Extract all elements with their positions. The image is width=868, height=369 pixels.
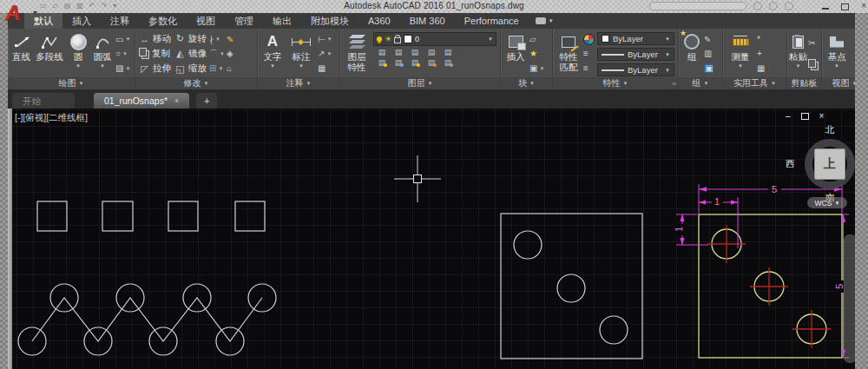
tab-parametric[interactable]: 参数化 <box>139 13 187 29</box>
text-tool-button[interactable]: A 文字 ▼ <box>260 30 286 77</box>
panel-label-modify[interactable]: 修改▼ <box>135 77 257 89</box>
layer-freeze-button[interactable]: ▤ <box>410 48 420 56</box>
edit-block-button[interactable]: ▱ <box>529 34 544 45</box>
stretch-tool-button[interactable]: ◸拉伸 <box>139 63 171 76</box>
panel-label-properties[interactable]: 特性▼ » <box>553 77 678 89</box>
viewport-controls-label[interactable]: [-][俯视][二维线框] <box>15 112 88 124</box>
tab-insert[interactable]: 插入 <box>62 13 101 29</box>
table-button[interactable]: ▦ <box>318 63 332 74</box>
drawing-minimize-button[interactable]: – <box>786 111 791 121</box>
color-wheel-icon[interactable] <box>583 34 595 45</box>
fillet-tool-button[interactable]: ⌒ ▼ <box>209 48 225 59</box>
close-button[interactable]: × <box>861 1 866 10</box>
cut-button[interactable]: ✂ <box>808 37 819 49</box>
tab-view[interactable]: 视图 <box>187 13 225 29</box>
edit-attribute-button[interactable]: ★ <box>529 48 544 59</box>
move-tool-button[interactable]: ↔移动 <box>139 32 171 45</box>
copy-clip-button[interactable] <box>808 59 819 70</box>
tab-output[interactable]: 输出 <box>263 13 301 29</box>
ribbon-display-toggle[interactable]: ▼ <box>536 13 554 29</box>
panel-expand-icon[interactable]: » <box>673 80 676 88</box>
explode-tool-button[interactable]: ◈ <box>227 48 233 59</box>
linetype-icon[interactable]: ≡ <box>583 63 595 74</box>
panel-label-draw[interactable]: 绘图▼ <box>8 77 135 89</box>
dimension-tool-button[interactable]: 标注 ▼ <box>286 30 317 77</box>
layer-off-button[interactable]: ▤ <box>377 48 387 56</box>
layer-thaw-button[interactable]: ▤ <box>426 58 437 67</box>
drawing-canvas[interactable] <box>12 109 855 369</box>
manage-attributes-button[interactable]: ▣ ▼ <box>529 63 544 74</box>
layer-make-current-button[interactable]: ▤ <box>443 48 453 56</box>
titlebar-right-tools[interactable] <box>649 2 793 10</box>
panel-label-clipboard[interactable]: 剪贴板 <box>787 77 821 89</box>
layer-properties-button[interactable]: 图层特性 <box>342 30 372 77</box>
help-icon[interactable] <box>785 2 793 10</box>
drawing-restore-button[interactable] <box>801 113 809 120</box>
viewcube-west[interactable]: 西 <box>786 158 795 170</box>
linear-dim-button[interactable]: ⊢ ▼ <box>318 34 332 45</box>
layer-lock-button[interactable]: ▤ <box>426 48 437 56</box>
layer-select-dropdown[interactable]: ☀ 0 ▼ <box>373 32 496 46</box>
signin-icon[interactable] <box>753 2 762 10</box>
rotate-tool-button[interactable]: ↻旋转 <box>174 32 207 45</box>
new-drawing-tab-button[interactable]: + <box>196 93 217 109</box>
calculator-button[interactable]: ▦ <box>757 63 765 74</box>
panel-label-utilities[interactable]: 实用工具▼ <box>723 77 786 89</box>
layer-prev-button[interactable]: ▤ <box>393 58 404 67</box>
panel-label-annotate[interactable]: 注释▼ <box>258 77 339 89</box>
start-tab[interactable]: 开始 <box>12 93 75 109</box>
panel-label-groups[interactable]: 组▼ <box>679 77 722 89</box>
viewcube-north[interactable]: 北 <box>795 124 865 136</box>
layer-match-button[interactable]: ▤ <box>377 58 387 67</box>
layer-isolate-button[interactable]: ▤ <box>393 48 404 56</box>
arc-tool-button[interactable]: 圆弧 ▼ <box>90 30 115 77</box>
a360-icon[interactable] <box>769 2 778 10</box>
array-tool-button[interactable]: ⊞ ▼ <box>209 63 225 74</box>
drawing-tab-active[interactable]: 01_runOsnaps* × <box>94 93 189 109</box>
base-view-button[interactable]: 基点 ▼ <box>824 30 850 77</box>
autocad-logo-menu[interactable]: A ▼ <box>5 0 36 28</box>
scale-tool-button[interactable]: ◱缩放 <box>174 63 207 76</box>
hatch-tool-button[interactable]: ▨ ▼ <box>115 63 130 74</box>
point-style-button[interactable]: + <box>757 48 765 59</box>
layer-unlock-button[interactable]: ▤ <box>443 58 453 67</box>
linetype-dropdown[interactable]: ByLayer ▼ <box>597 63 674 76</box>
erase-tool-button[interactable]: ✎ <box>227 34 233 45</box>
tab-manage[interactable]: 管理 <box>225 13 263 29</box>
circle-tool-button[interactable]: 圆 ▼ <box>66 30 90 77</box>
lineweight-icon[interactable]: ≡ <box>583 48 595 59</box>
layer-walk-button[interactable]: ▤ <box>410 58 420 67</box>
paste-button[interactable]: 粘贴 ▼ <box>789 30 807 77</box>
minimize-button[interactable] <box>822 8 829 10</box>
object-color-dropdown[interactable]: ByLayer ▼ <box>597 32 674 45</box>
lineweight-dropdown[interactable]: ByLayer ▼ <box>597 48 674 61</box>
tab-bim360[interactable]: BIM 360 <box>400 13 455 29</box>
line-tool-button[interactable]: 直线 <box>10 30 33 77</box>
restore-button[interactable] <box>841 3 849 10</box>
copy-tool-button[interactable]: 复制 <box>139 47 171 60</box>
group-selection-toggle[interactable]: ▣ <box>704 63 713 74</box>
group-button[interactable]: 组 <box>681 30 703 77</box>
mirror-tool-button[interactable]: ◭镜像 <box>174 47 207 60</box>
insert-block-button[interactable]: 插入 <box>503 30 529 77</box>
polyline-tool-button[interactable]: 多段线 <box>33 30 66 77</box>
panel-label-layers[interactable]: 图层▼ <box>340 77 500 89</box>
trim-tool-button[interactable]: ∤ ▼ <box>209 34 225 45</box>
tab-annotate[interactable]: 注释 <box>101 13 139 29</box>
panel-label-block[interactable]: 块▼ <box>501 77 552 89</box>
ungroup-button[interactable]: ✎ <box>704 34 713 45</box>
tab-a360[interactable]: A360 <box>358 13 400 29</box>
ellipse-tool-button[interactable]: ○ ▼ <box>115 48 130 59</box>
viewcube[interactable]: 上 北 南 西 东 <box>795 129 865 199</box>
leader-button[interactable]: ↗ ▼ <box>318 48 332 59</box>
help-search-field[interactable] <box>649 2 746 10</box>
id-point-button[interactable]: * <box>757 34 765 45</box>
tab-close-icon[interactable]: × <box>174 93 179 109</box>
measure-button[interactable]: 测量 ▼ <box>725 30 756 77</box>
rectangle-tool-button[interactable]: ▭ ▼ <box>115 34 130 45</box>
group-edit-button[interactable]: ▥ <box>704 48 713 59</box>
match-properties-button[interactable]: 特性匹配 <box>555 30 582 77</box>
drawing-close-button[interactable]: × <box>819 111 825 121</box>
offset-tool-button[interactable]: ⌂ <box>227 63 233 74</box>
viewcube-top-face[interactable]: 上 <box>814 148 845 180</box>
